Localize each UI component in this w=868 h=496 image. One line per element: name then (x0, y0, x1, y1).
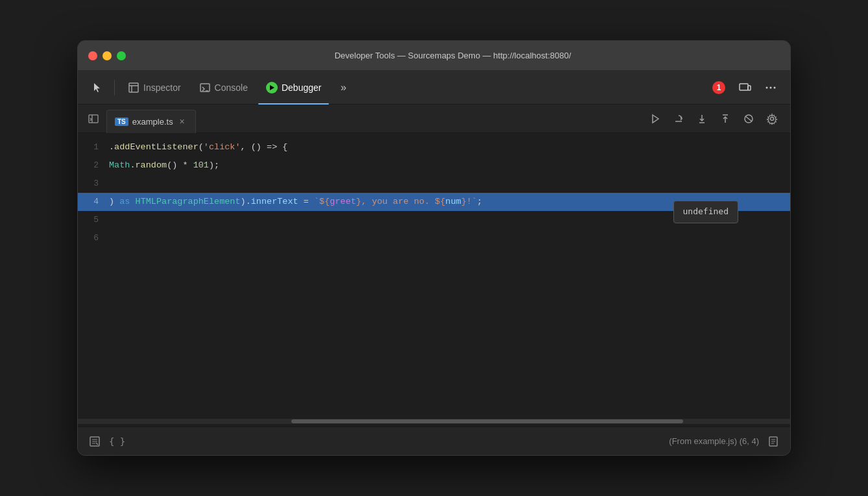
console-tab-label: Console (215, 82, 248, 93)
title-bar: Developer Tools — Sourcemaps Demo — http… (78, 41, 790, 71)
code-editor[interactable]: 1 .addEventListener('click', () => { 2 M… (78, 133, 790, 427)
ellipsis-icon (764, 81, 777, 94)
error-count: 1 (717, 83, 721, 92)
horizontal-scrollbar-track[interactable] (78, 419, 790, 424)
svg-rect-0 (129, 83, 138, 92)
main-toolbar: Inspector Console Debugger » 1 (78, 71, 790, 105)
settings-icon (766, 113, 778, 125)
file-bar: TS example.ts × (78, 105, 790, 133)
tooltip-text: undefined (683, 206, 729, 216)
cursor-location: (From example.js) (6, 4) (669, 436, 759, 446)
step-in-button[interactable] (692, 108, 712, 129)
console-icon (199, 82, 211, 93)
svg-rect-6 (748, 86, 751, 90)
line-number-2: 2 (78, 159, 109, 173)
cursor-icon (91, 82, 103, 93)
code-content: 1 .addEventListener('click', () => { 2 M… (78, 133, 790, 419)
step-out-button[interactable] (715, 108, 736, 129)
close-button[interactable] (88, 51, 97, 60)
breakpoints-icon[interactable] (86, 432, 104, 451)
status-bar: { } (From example.js) (6, 4) (78, 427, 790, 455)
svg-point-7 (766, 86, 768, 88)
inspector-tab-label: Inspector (143, 82, 181, 93)
debugger-tab-label: Debugger (282, 82, 322, 93)
step-in-icon (696, 113, 708, 125)
resume-button[interactable] (645, 108, 666, 129)
code-line-6: 6 (78, 229, 790, 247)
error-count-dot: 1 (712, 81, 725, 94)
tab-debugger[interactable]: Debugger (258, 76, 330, 99)
debugger-icon (266, 82, 278, 93)
step-over-button[interactable] (668, 108, 689, 129)
maximize-button[interactable] (117, 51, 126, 60)
devtools-window: Developer Tools — Sourcemaps Demo — http… (77, 40, 791, 456)
responsive-icon (738, 81, 751, 94)
file-tab-example[interactable]: TS example.ts × (106, 110, 196, 133)
panel-toggle-icon (88, 113, 99, 125)
line-number-6: 6 (78, 232, 109, 245)
svg-point-9 (774, 86, 776, 88)
more-tabs-button[interactable]: » (332, 76, 355, 99)
ts-badge: TS (115, 118, 128, 126)
pick-element-button[interactable] (86, 76, 109, 99)
window-title: Developer Tools — Sourcemaps Demo — http… (126, 51, 780, 60)
line-number-5: 5 (78, 214, 109, 227)
horizontal-scrollbar-thumb[interactable] (291, 419, 683, 423)
line-number-1: 1 (78, 141, 109, 155)
code-line-3: 3 (78, 175, 790, 193)
edit-icon (89, 436, 101, 447)
settings-button[interactable] (762, 108, 782, 129)
more-tools-button[interactable] (759, 76, 782, 99)
line-content-2: Math.random() * 101); (109, 158, 790, 173)
svg-line-18 (745, 116, 752, 121)
deactivate-breakpoints-button[interactable] (738, 108, 759, 129)
code-line-2: 2 Math.random() * 101); (78, 156, 790, 175)
more-tabs-label: » (341, 82, 346, 93)
toolbar-divider (114, 80, 115, 95)
file-name: example.ts (132, 117, 173, 127)
error-badge[interactable]: 1 (712, 81, 725, 94)
step-out-icon (719, 113, 731, 125)
resume-icon (649, 113, 661, 125)
pretty-print-button[interactable]: { } (109, 436, 125, 447)
svg-rect-3 (200, 84, 210, 92)
traffic-lights (88, 51, 126, 60)
toolbar-right-icons (733, 76, 782, 99)
step-over-icon (673, 113, 684, 125)
file-close-button[interactable]: × (177, 116, 187, 127)
tab-inspector[interactable]: Inspector (120, 76, 189, 99)
line-content-1: .addEventListener('click', () => { (109, 140, 790, 155)
document-icon (767, 436, 779, 447)
responsive-mode-button[interactable] (733, 76, 756, 99)
inspector-icon (128, 82, 139, 93)
code-line-1: 1 .addEventListener('click', () => { (78, 138, 790, 156)
tab-console[interactable]: Console (191, 76, 256, 99)
line-number-3: 3 (78, 177, 109, 191)
sources-toggle-button[interactable] (83, 108, 104, 129)
line-number-4: 4 (78, 195, 109, 209)
tooltip-undefined: undefined (673, 201, 738, 223)
svg-point-19 (771, 117, 774, 120)
svg-point-8 (770, 86, 772, 88)
minimize-button[interactable] (102, 51, 112, 60)
svg-rect-5 (740, 84, 748, 90)
deactivate-icon (743, 113, 754, 125)
svg-line-24 (96, 443, 98, 445)
debug-controls (645, 108, 790, 129)
blackbox-icon[interactable] (764, 432, 782, 451)
